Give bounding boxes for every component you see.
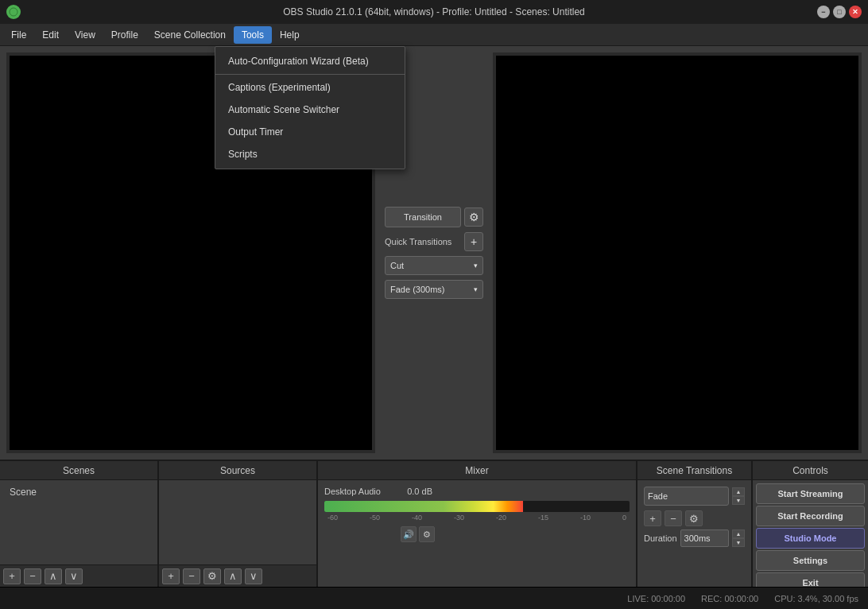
start-streaming-button[interactable]: Start Streaming: [756, 483, 865, 504]
fade-row: Fade ▲ ▼: [641, 483, 748, 509]
fade-value-select[interactable]: Fade: [644, 487, 729, 506]
scenes-panel-footer: + − ∧ ∨: [0, 564, 157, 587]
add-quick-transition-icon[interactable]: +: [464, 232, 483, 251]
fade-spin-buttons: ▲ ▼: [732, 487, 745, 505]
sources-panel-header: Sources: [159, 461, 316, 480]
controls-panel-content: Start Streaming Start Recording Studio M…: [753, 480, 868, 587]
tick-0: 0: [622, 514, 626, 522]
start-recording-button[interactable]: Start Recording: [756, 506, 865, 526]
duration-spin-buttons: ▲ ▼: [732, 529, 745, 547]
mixer-tick-labels: -60 -50 -40 -30 -20 -15 -10 0: [324, 514, 630, 522]
quick-transitions-row: Quick Transitions +: [385, 232, 483, 251]
menu-scene-switcher[interactable]: Automatic Scene Switcher: [215, 99, 405, 121]
window-title: OBS Studio 21.0.1 (64bit, windows) - Pro…: [283, 6, 585, 17]
scenes-down-button[interactable]: ∨: [65, 568, 83, 584]
menu-output-timer[interactable]: Output Timer: [215, 121, 405, 143]
scenes-remove-button[interactable]: −: [24, 568, 41, 584]
tick-50: -50: [370, 514, 380, 522]
close-button[interactable]: ✕: [849, 6, 862, 18]
mixer-channel-label: Desktop Audio: [324, 487, 396, 496]
svg-point-0: [10, 8, 17, 16]
menu-tools[interactable]: Tools: [234, 26, 272, 44]
preview-right: [493, 52, 862, 453]
sources-panel: Sources + − ⚙ ∧ ∨: [159, 461, 318, 587]
scene-transitions-content: Fade ▲ ▼ + − ⚙ Duration 300ms ▲ ▼: [637, 480, 751, 587]
menu-file[interactable]: File: [3, 26, 34, 44]
title-bar: OBS Studio 21.0.1 (64bit, windows) - Pro…: [0, 0, 868, 24]
menu-help[interactable]: Help: [272, 26, 308, 44]
cut-label: Cut: [390, 261, 404, 270]
fade-label: Fade (300ms): [390, 285, 444, 294]
preview-screen-right: [496, 56, 858, 450]
controls-panel-header: Controls: [753, 461, 868, 480]
settings-button[interactable]: Settings: [756, 550, 865, 571]
cut-chevron-icon: ▾: [474, 262, 478, 270]
duration-spin-down-icon[interactable]: ▼: [732, 538, 745, 547]
scenes-panel: Scenes Scene + − ∧ ∨: [0, 461, 159, 587]
mixer-meter-bar: [324, 501, 523, 512]
menu-auto-config[interactable]: Auto-Configuration Wizard (Beta): [215, 50, 405, 72]
duration-row: Duration 300ms ▲ ▼: [641, 528, 748, 549]
transitions-remove-icon[interactable]: −: [665, 510, 682, 526]
mixer-settings-icon[interactable]: ⚙: [419, 526, 435, 542]
app-icon: [6, 5, 21, 19]
menu-bar: File Edit View Profile Scene Collection …: [0, 24, 868, 46]
quick-transitions-label: Quick Transitions: [385, 237, 451, 246]
tick-20: -20: [496, 514, 506, 522]
main-preview-area: Transition ⚙ Quick Transitions + Cut ▾ F…: [0, 46, 868, 460]
menu-captions[interactable]: Captions (Experimental): [215, 76, 405, 99]
sources-remove-button[interactable]: −: [183, 568, 200, 584]
status-rec: REC: 00:00:00: [701, 594, 758, 603]
fade-spin-down-icon[interactable]: ▼: [732, 496, 745, 505]
scene-transitions-panel: Scene Transitions Fade ▲ ▼ + − ⚙ Duratio…: [637, 461, 753, 587]
sources-panel-footer: + − ⚙ ∧ ∨: [159, 564, 316, 587]
scenes-up-button[interactable]: ∧: [45, 568, 62, 584]
window-controls: − □ ✕: [817, 6, 862, 18]
sources-down-button[interactable]: ∨: [245, 568, 262, 584]
sources-panel-content: [159, 480, 316, 564]
tick-15: -15: [538, 514, 548, 522]
transition-button[interactable]: Transition: [385, 207, 461, 227]
transitions-add-icon[interactable]: +: [644, 510, 661, 526]
tools-dropdown: Auto-Configuration Wizard (Beta) Caption…: [215, 46, 405, 169]
menu-scripts[interactable]: Scripts: [215, 143, 405, 165]
mixer-mute-icon[interactable]: 🔊: [401, 526, 417, 542]
duration-label: Duration: [644, 533, 677, 543]
studio-mode-button[interactable]: Studio Mode: [756, 528, 865, 549]
tick-60: -60: [327, 514, 338, 522]
mixer-meter-container: -60 -50 -40 -30 -20 -15 -10 0: [321, 499, 633, 523]
tick-30: -30: [454, 514, 464, 522]
mixer-panel-content: Desktop Audio 0.0 dB -60 -50 -40 -30 -20…: [318, 480, 636, 587]
fade-select[interactable]: Fade (300ms) ▾: [385, 280, 483, 299]
mixer-channel-db: 0.0 dB: [401, 487, 432, 496]
status-bar: LIVE: 00:00:00 REC: 00:00:00 CPU: 3.4%, …: [0, 587, 868, 609]
menu-profile[interactable]: Profile: [103, 26, 146, 44]
duration-value[interactable]: 300ms: [680, 529, 729, 547]
mixer-panel-header: Mixer: [318, 461, 636, 480]
cut-select[interactable]: Cut ▾: [385, 256, 483, 275]
transitions-config-icon[interactable]: ⚙: [685, 510, 703, 526]
sources-settings-icon[interactable]: ⚙: [203, 568, 221, 584]
fade-spin-up-icon[interactable]: ▲: [732, 487, 745, 496]
maximize-button[interactable]: □: [833, 6, 846, 18]
status-live: LIVE: 00:00:00: [627, 594, 685, 603]
mixer-channel-row: Desktop Audio 0.0 dB: [321, 483, 633, 499]
menu-scene-collection[interactable]: Scene Collection: [146, 26, 234, 44]
duration-spin-up-icon[interactable]: ▲: [732, 529, 745, 538]
scenes-add-button[interactable]: +: [3, 568, 21, 584]
exit-button[interactable]: Exit: [756, 572, 865, 587]
transitions-action-buttons: + − ⚙: [641, 509, 748, 528]
menu-view[interactable]: View: [67, 26, 103, 44]
scene-item[interactable]: Scene: [3, 483, 154, 501]
scene-transitions-header: Scene Transitions: [637, 461, 751, 480]
sources-up-button[interactable]: ∧: [224, 568, 242, 584]
minimize-button[interactable]: −: [817, 6, 830, 18]
tick-10: -10: [580, 514, 591, 522]
sources-add-button[interactable]: +: [162, 568, 180, 584]
transition-settings-icon[interactable]: ⚙: [464, 208, 483, 227]
controls-panel: Controls Start Streaming Start Recording…: [753, 461, 868, 587]
bottom-section: Scenes Scene + − ∧ ∨ Sources + − ⚙ ∧ ∨ M…: [0, 460, 868, 587]
scenes-panel-content: Scene: [0, 480, 157, 564]
menu-edit[interactable]: Edit: [34, 26, 67, 44]
mixer-panel: Mixer Desktop Audio 0.0 dB -60 -50 -40 -…: [318, 461, 637, 587]
